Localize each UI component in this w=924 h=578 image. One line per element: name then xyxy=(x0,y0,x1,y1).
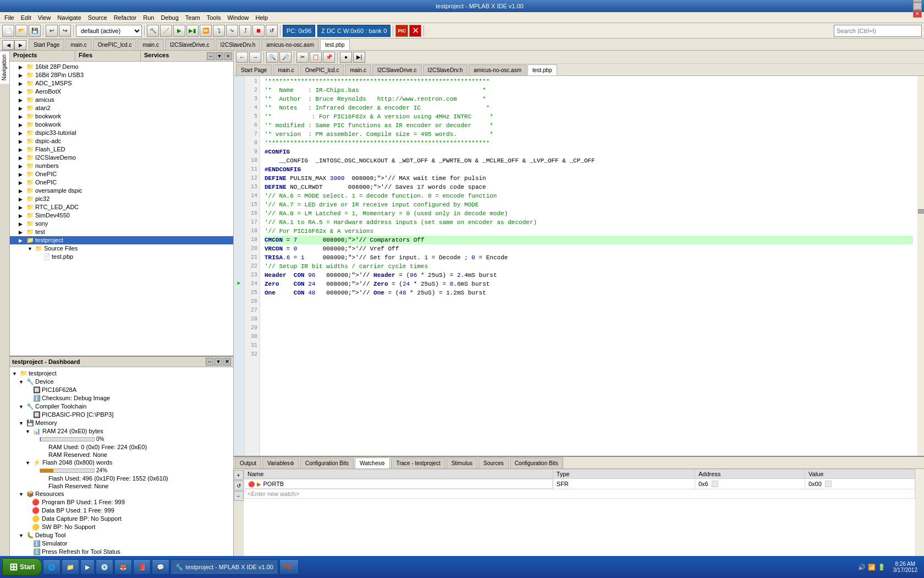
dash-item[interactable]: 🔲PIC16F628A xyxy=(12,386,231,394)
ed-back-btn[interactable]: ← xyxy=(236,52,248,63)
taskbar-firefox[interactable]: 🦊 xyxy=(114,559,132,575)
dash-item[interactable]: RAM Reserved: None xyxy=(12,451,231,459)
start-button[interactable]: ⊞ Start xyxy=(2,558,42,576)
menu-item-team[interactable]: Team xyxy=(182,13,204,22)
open-button[interactable]: 📂 xyxy=(15,25,28,37)
watch-enter-row[interactable]: <Enter new watch> xyxy=(244,489,915,499)
project-item-pic32[interactable]: ▶📁pic32 xyxy=(10,195,233,203)
nav-tab-navigation[interactable]: Navigation xyxy=(0,51,9,84)
dash-item[interactable]: ℹ️Checksum: Debug Image xyxy=(12,394,231,402)
ed-copy-btn[interactable]: 📋 xyxy=(310,52,322,63)
menu-item-help[interactable]: Help xyxy=(252,13,272,22)
menu-item-tools[interactable]: Tools xyxy=(204,13,224,22)
project-item-flashled[interactable]: ▶📁Flash_LED xyxy=(10,145,233,154)
test-pbp-item[interactable]: 📄test.pbp xyxy=(10,253,233,261)
editor-tab-startpage[interactable]: Start Page xyxy=(236,64,272,75)
project-item-onepic[interactable]: ▶📁OnePIC xyxy=(10,170,233,178)
code-editor[interactable]: ▶ 12345678910111213141516171819202122232… xyxy=(234,76,924,456)
taskbar-acrobat[interactable]: 📕 xyxy=(133,559,151,575)
dash-item[interactable]: ▼💾Memory xyxy=(12,419,231,427)
project-dropdown[interactable]: default (active) xyxy=(76,25,142,37)
pic-tool[interactable]: PIC xyxy=(395,25,408,37)
dash-item[interactable]: ℹ️Simulator xyxy=(12,539,231,548)
project-item-rtcledadc[interactable]: ▶📁RTC_LED_ADC xyxy=(10,203,233,211)
close-button[interactable]: ✕ xyxy=(913,10,922,18)
ext-tab-amicusnooscasm[interactable]: amicus-no-osc.asm xyxy=(261,39,319,50)
menu-item-debug[interactable]: Debug xyxy=(157,13,182,22)
menu-item-window[interactable]: Window xyxy=(224,13,252,22)
halt-button[interactable]: ⏹ xyxy=(252,25,265,37)
reset-button[interactable]: ↺ xyxy=(266,25,278,37)
dash-item[interactable]: ℹ️Press Refresh for Tool Status xyxy=(12,548,231,556)
tab-scroll-left[interactable]: ◀ xyxy=(2,40,14,50)
ext-tab-testpbp[interactable]: test.pbp xyxy=(320,39,350,50)
tool2[interactable]: ✕ xyxy=(409,25,421,37)
ed-paste-btn[interactable]: 📌 xyxy=(323,52,335,63)
menu-item-view[interactable]: View xyxy=(35,13,54,22)
files-tab[interactable]: Files xyxy=(75,51,141,61)
project-item-dspic33tutorial[interactable]: ▶📁dspic33-tutorial xyxy=(10,129,233,137)
watches-right-scroll[interactable] xyxy=(915,469,924,566)
ext-tab-startpage[interactable]: Start Page xyxy=(29,39,64,50)
bottom-tab-tracetestproject[interactable]: Trace - testproject xyxy=(391,457,445,468)
menu-item-source[interactable]: Source xyxy=(85,13,111,22)
editor-tab-mainc[interactable]: main.c xyxy=(345,64,371,75)
taskbar-pic[interactable]: PIC xyxy=(279,559,299,575)
undo-button[interactable]: ↩ xyxy=(46,25,58,37)
menu-item-navigate[interactable]: Navigate xyxy=(54,13,84,22)
editor-tab-i2cslavedrivec[interactable]: I2CSlaveDrive.c xyxy=(372,64,422,75)
project-item-16bit28pinusb3[interactable]: ▶📁16Bit 28Pin USB3 xyxy=(10,71,233,79)
continue-button[interactable]: ⏩ xyxy=(200,25,212,37)
watch-del-btn[interactable]: − xyxy=(234,491,244,501)
ext-tab-onepiclcdc[interactable]: OnePIC_lcd.c xyxy=(93,39,137,50)
taskbar-ie[interactable]: 🌐 xyxy=(43,559,61,575)
run-button[interactable]: ▶ xyxy=(173,25,185,37)
dash-item[interactable]: Flash Reserved: None xyxy=(12,482,231,490)
project-item-test[interactable]: ▶📁test xyxy=(10,228,233,236)
menu-item-run[interactable]: Run xyxy=(140,13,157,22)
menu-item-refactor[interactable]: Refactor xyxy=(111,13,140,22)
menu-item-edit[interactable]: Edit xyxy=(18,13,35,22)
redo-button[interactable]: ↪ xyxy=(59,25,71,37)
project-item-oversampledspic[interactable]: ▶📁oversample dspic xyxy=(10,187,233,195)
dash-item[interactable]: Flash Used: 496 (0x1F0) Free: 1552 (0x61… xyxy=(12,475,231,482)
tab-scroll-right[interactable]: ▶ xyxy=(14,40,26,50)
bottom-tab-sources[interactable]: Sources xyxy=(479,457,509,468)
project-item-onepic[interactable]: ▶📁OnePIC xyxy=(10,178,233,187)
build-button[interactable]: 🔨 xyxy=(147,25,159,37)
step-into-button[interactable]: ⤷ xyxy=(226,25,238,37)
project-item-aerobotx[interactable]: ▶📁AeroBotX xyxy=(10,88,233,96)
panel-sync-btn[interactable]: ↔ xyxy=(207,52,215,60)
dash-item[interactable]: RAM Used: 0 (0x0) Free: 224 (0xE0) xyxy=(12,443,231,451)
taskbar-messenger[interactable]: 💬 xyxy=(152,559,169,575)
project-item-adc1msps[interactable]: ▶📁ADC_1MSPS xyxy=(10,79,233,88)
search-input[interactable] xyxy=(834,25,922,37)
project-item-bookwork[interactable]: ▶📁bookwork xyxy=(10,121,233,129)
ed-cut-btn[interactable]: ✂ xyxy=(296,52,309,63)
step-out-button[interactable]: ⤴ xyxy=(239,25,251,37)
project-item-i2cslavedemo[interactable]: ▶📁I2CSlaveDemo xyxy=(10,154,233,162)
project-item-testproject[interactable]: ▶📁testproject xyxy=(10,236,233,244)
editor-tab-mainc[interactable]: main.c xyxy=(273,64,299,75)
ext-tab-i2cslavedrvh[interactable]: I2CSlaveDrv.h xyxy=(216,39,261,50)
dash-item[interactable]: ▼📦Resources xyxy=(12,490,231,498)
editor-tab-amicusnooscasm[interactable]: amicus-no-osc.asm xyxy=(469,64,526,75)
ed-search-btn[interactable]: 🔍 xyxy=(266,52,278,63)
taskbar-nero[interactable]: 💿 xyxy=(96,559,113,575)
taskbar-mplab[interactable]: 🔧 testproject - MPLAB X IDE v1.00 xyxy=(170,559,278,575)
clean-build-button[interactable]: 🧹 xyxy=(160,25,172,37)
editor-tab-testpbp[interactable]: test.pbp xyxy=(527,64,557,75)
maximize-button[interactable]: □ xyxy=(913,2,922,10)
project-item-sony[interactable]: ▶📁sony xyxy=(10,220,233,228)
dash-item[interactable]: ▼🔧Compiler Toolchain xyxy=(12,402,231,411)
project-item-16bit28pdemo[interactable]: ▶📁16bit 28P Demo xyxy=(10,63,233,71)
dashboard-sync-btn[interactable]: ↔ xyxy=(206,358,213,366)
dashboard-close-btn[interactable]: ✕ xyxy=(223,358,231,366)
project-item-simdev4550[interactable]: ▶📁SimDev4550 xyxy=(10,211,233,220)
bottom-tab-variables[interactable]: Variables ⚙ xyxy=(262,457,299,468)
ed-search2-btn[interactable]: 🔎 xyxy=(279,52,292,63)
bottom-tab-stimulus[interactable]: Stimulus xyxy=(447,457,477,468)
dash-item[interactable]: ▼📁testproject xyxy=(12,369,231,378)
editor-tab-onepiclcdc[interactable]: OnePIC_lcd.c xyxy=(300,64,344,75)
panel-menu-btn[interactable]: ▼ xyxy=(216,52,223,60)
